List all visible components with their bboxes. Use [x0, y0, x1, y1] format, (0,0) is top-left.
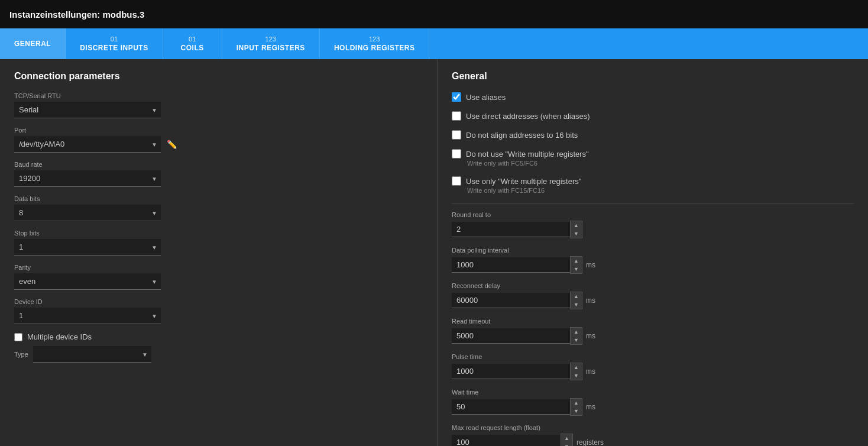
- data-bits-select[interactable]: 7 8: [14, 205, 161, 221]
- divider: [452, 203, 854, 204]
- checkbox-no-write-multiple-row: Do not use "Write multiple registers": [452, 149, 854, 159]
- pulse-time-spin-up[interactable]: ▲: [571, 363, 582, 371]
- main-content: Connection parameters TCP/Serial RTU Ser…: [0, 59, 868, 446]
- wait-time-spin-up[interactable]: ▲: [571, 399, 582, 407]
- tab-holding-registers-label: HOLDING REGISTERS: [334, 44, 415, 52]
- polling-interval-input-wrapper: ▲ ▼ ms: [452, 256, 600, 274]
- checkbox-use-aliases-row: Use aliases: [452, 92, 854, 102]
- max-read-request-field: Max read request length (float) ▲ ▼ regi…: [452, 424, 854, 446]
- max-read-request-spin-up[interactable]: ▲: [561, 434, 572, 442]
- max-read-request-spin-down[interactable]: ▼: [561, 442, 572, 446]
- max-read-request-spin: ▲ ▼: [561, 434, 573, 446]
- wait-time-unit: ms: [586, 403, 595, 411]
- max-read-request-input[interactable]: [452, 435, 561, 446]
- read-timeout-spin-up[interactable]: ▲: [571, 328, 582, 336]
- tab-discrete-inputs-icon: 01: [111, 35, 118, 43]
- type-field: Type ▼: [14, 346, 423, 363]
- tab-discrete-inputs[interactable]: 01 DISCRETE INPUTS: [66, 28, 163, 59]
- polling-interval-spin-up[interactable]: ▲: [571, 257, 582, 265]
- port-edit-icon[interactable]: ✏️: [164, 137, 179, 151]
- wait-time-spin-down[interactable]: ▼: [571, 407, 582, 415]
- parity-select[interactable]: none even odd: [14, 273, 161, 290]
- pulse-time-unit: ms: [586, 367, 595, 376]
- checkbox-use-direct: Use direct addresses (when aliases): [452, 111, 854, 121]
- reconnect-delay-spin-up[interactable]: ▲: [571, 292, 582, 300]
- device-id-field: Device ID 1 ▼: [14, 298, 423, 324]
- device-id-select-wrapper: 1 ▼: [14, 308, 161, 324]
- reconnect-delay-spin: ▲ ▼: [570, 292, 582, 309]
- round-real-spin: ▲ ▼: [570, 221, 582, 238]
- tcp-serial-select-wrapper: Serial TCP ▼: [14, 102, 161, 118]
- polling-interval-unit: ms: [586, 261, 595, 269]
- stop-bits-label: Stop bits: [14, 230, 423, 237]
- tcp-serial-label: TCP/Serial RTU: [14, 92, 423, 99]
- use-write-multiple-checkbox[interactable]: [452, 176, 461, 186]
- stop-bits-select-wrapper: 1 2 ▼: [14, 239, 161, 256]
- connection-params-title: Connection parameters: [14, 71, 423, 82]
- device-id-label: Device ID: [14, 298, 423, 305]
- round-real-input-wrapper: ▲ ▼: [452, 221, 600, 238]
- tab-holding-registers-icon: 123: [369, 35, 380, 43]
- tab-input-registers-icon: 123: [265, 35, 276, 43]
- use-direct-label: Use direct addresses (when aliases): [466, 112, 590, 121]
- pulse-time-input[interactable]: [452, 364, 570, 379]
- tcp-serial-select[interactable]: Serial TCP: [14, 102, 161, 118]
- tab-input-registers[interactable]: 123 INPUT REGISTERS: [222, 28, 320, 59]
- stop-bits-select[interactable]: 1 2: [14, 239, 161, 256]
- round-real-spin-down[interactable]: ▼: [571, 230, 582, 238]
- tab-general-label: GENERAL: [14, 40, 51, 48]
- max-read-request-unit: registers: [576, 438, 604, 446]
- multiple-device-ids-row: Multiple device IDs: [14, 332, 423, 341]
- use-aliases-checkbox[interactable]: [452, 92, 461, 102]
- reconnect-delay-unit: ms: [586, 296, 595, 305]
- port-field: Port /dev/ttyAMA0 ▼ ✏️: [14, 127, 423, 153]
- read-timeout-input[interactable]: [452, 328, 570, 344]
- data-bits-field: Data bits 7 8 ▼: [14, 195, 423, 221]
- pulse-time-field: Pulse time ▲ ▼ ms: [452, 353, 854, 380]
- port-row: /dev/ttyAMA0 ▼ ✏️: [14, 136, 423, 153]
- round-real-field: Round real to ▲ ▼: [452, 211, 854, 238]
- polling-interval-spin-down[interactable]: ▼: [571, 265, 582, 273]
- wait-time-spin: ▲ ▼: [570, 398, 582, 416]
- wait-time-field: Wait time ▲ ▼ ms: [452, 389, 854, 416]
- round-real-input[interactable]: [452, 222, 570, 237]
- stop-bits-field: Stop bits 1 2 ▼: [14, 230, 423, 256]
- checkbox-use-aliases: Use aliases: [452, 92, 854, 102]
- checkbox-no-align-row: Do not align addresses to 16 bits: [452, 130, 854, 140]
- pulse-time-spin-down[interactable]: ▼: [571, 371, 582, 380]
- general-title: General: [452, 71, 854, 82]
- pulse-time-label: Pulse time: [452, 353, 854, 360]
- no-write-multiple-checkbox[interactable]: [452, 149, 461, 159]
- tab-bar: GENERAL 01 DISCRETE INPUTS 01 COILS 123 …: [0, 28, 868, 59]
- use-direct-checkbox[interactable]: [452, 111, 461, 121]
- read-timeout-spin: ▲ ▼: [570, 327, 582, 345]
- round-real-label: Round real to: [452, 211, 854, 218]
- tab-general[interactable]: GENERAL: [0, 28, 66, 59]
- device-id-select[interactable]: 1: [14, 308, 161, 324]
- reconnect-delay-input-wrapper: ▲ ▼ ms: [452, 292, 600, 309]
- multiple-device-ids-checkbox[interactable]: [14, 333, 22, 341]
- reconnect-delay-spin-down[interactable]: ▼: [571, 300, 582, 309]
- title-bar: Instanzeinstellungen: modbus.3: [0, 0, 868, 28]
- wait-time-input[interactable]: [452, 399, 570, 415]
- no-align-checkbox[interactable]: [452, 130, 461, 140]
- baud-rate-label: Baud rate: [14, 161, 423, 168]
- type-label: Type: [14, 351, 28, 358]
- port-select[interactable]: /dev/ttyAMA0: [14, 136, 161, 153]
- type-select[interactable]: [33, 346, 151, 363]
- checkbox-no-align: Do not align addresses to 16 bits: [452, 130, 854, 140]
- baud-rate-select-wrapper: 9600 19200 38400 57600 115200 ▼: [14, 170, 161, 187]
- use-write-multiple-sublabel: Write only with FC15/FC16: [467, 187, 854, 194]
- pulse-time-input-wrapper: ▲ ▼ ms: [452, 363, 600, 380]
- polling-interval-label: Data polling interval: [452, 247, 854, 254]
- baud-rate-select[interactable]: 9600 19200 38400 57600 115200: [14, 170, 161, 187]
- polling-interval-input[interactable]: [452, 257, 570, 273]
- right-panel: General Use aliases Use direct addresses…: [438, 59, 868, 446]
- parity-field: Parity none even odd ▼: [14, 264, 423, 290]
- tab-coils[interactable]: 01 COILS: [163, 28, 222, 59]
- read-timeout-spin-down[interactable]: ▼: [571, 336, 582, 344]
- round-real-spin-up[interactable]: ▲: [571, 221, 582, 230]
- port-select-wrapper: /dev/ttyAMA0 ▼: [14, 136, 161, 153]
- tab-holding-registers[interactable]: 123 HOLDING REGISTERS: [320, 28, 430, 59]
- reconnect-delay-input[interactable]: [452, 293, 570, 308]
